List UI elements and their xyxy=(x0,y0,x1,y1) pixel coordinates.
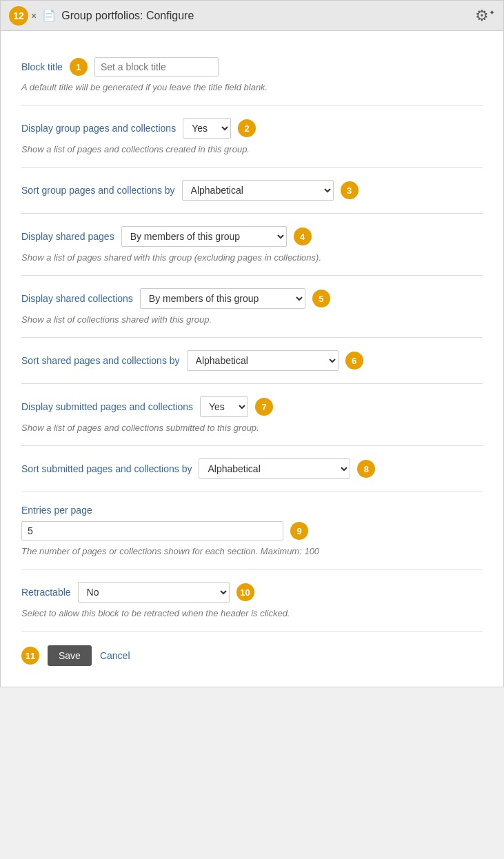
step-8-badge: 8 xyxy=(357,460,375,478)
close-button[interactable]: × xyxy=(31,10,37,21)
display-submitted-select[interactable]: Yes No xyxy=(200,396,248,417)
sort-submitted-select[interactable]: Alphabetical Date modified Date created xyxy=(199,458,350,479)
save-button[interactable]: Save xyxy=(48,645,92,666)
display-submitted-label: Display submitted pages and collections xyxy=(21,401,193,412)
sort-group-pages-label: Sort group pages and collections by xyxy=(21,185,175,196)
sort-group-pages-select[interactable]: Alphabetical Date modified Date created xyxy=(182,180,334,201)
step-10-badge: 10 xyxy=(236,583,254,601)
sort-shared-section: Sort shared pages and collections by Alp… xyxy=(21,338,483,384)
titlebar-left: 12 × 📄 Group portfolios: Configure xyxy=(9,6,194,26)
display-shared-pages-select[interactable]: By members of this group Yes No xyxy=(121,226,287,247)
sort-submitted-label: Sort submitted pages and collections by xyxy=(21,463,192,474)
window: 12 × 📄 Group portfolios: Configure ⚙✦ Bl… xyxy=(0,0,504,687)
entries-per-page-hint: The number of pages or collections shown… xyxy=(21,546,483,556)
step-11-badge: 11 xyxy=(21,647,39,665)
display-submitted-hint: Show a list of pages and collections sub… xyxy=(21,423,483,433)
sort-submitted-section: Sort submitted pages and collections by … xyxy=(21,446,483,492)
title-icon: 📄 xyxy=(42,9,56,22)
display-shared-pages-section: Display shared pages By members of this … xyxy=(21,214,483,276)
block-title-input[interactable] xyxy=(94,57,219,77)
step-2-badge: 2 xyxy=(238,119,256,137)
display-shared-collections-select[interactable]: By members of this group Yes No xyxy=(140,288,305,309)
retractable-label: Retractable xyxy=(21,587,71,598)
sort-group-pages-section: Sort group pages and collections by Alph… xyxy=(21,168,483,214)
display-group-pages-hint: Show a list of pages and collections cre… xyxy=(21,144,483,154)
step-6-badge: 6 xyxy=(345,352,363,370)
display-shared-collections-label: Display shared collections xyxy=(21,293,133,304)
gear-icon[interactable]: ⚙✦ xyxy=(475,7,495,25)
step-3-badge: 3 xyxy=(341,181,359,199)
display-shared-pages-hint: Show a list of pages shared with this gr… xyxy=(21,252,483,263)
footer-row: 11 Save Cancel xyxy=(21,631,483,666)
retractable-section: Retractable No Yes 10 Select to allow th… xyxy=(21,569,483,631)
retractable-hint: Select to allow this block to be retract… xyxy=(21,608,483,618)
window-badge: 12 xyxy=(9,6,28,26)
entries-per-page-section: Entries per page 9 The number of pages o… xyxy=(21,492,483,569)
sort-shared-label: Sort shared pages and collections by xyxy=(21,355,180,366)
display-shared-collections-section: Display shared collections By members of… xyxy=(21,276,483,338)
block-title-label: Block title xyxy=(21,61,63,72)
display-submitted-section: Display submitted pages and collections … xyxy=(21,384,483,446)
block-title-hint: A default title will be generated if you… xyxy=(21,82,483,92)
block-title-section: Block title 1 A default title will be ge… xyxy=(21,45,483,105)
cancel-button[interactable]: Cancel xyxy=(100,650,130,661)
entries-per-page-label: Entries per page xyxy=(21,505,92,516)
form-content: Block title 1 A default title will be ge… xyxy=(1,31,503,687)
display-group-pages-label: Display group pages and collections xyxy=(21,123,176,134)
window-title: Group portfolios: Configure xyxy=(61,10,194,22)
display-shared-collections-hint: Show a list of collections shared with t… xyxy=(21,314,483,325)
sort-shared-select[interactable]: Alphabetical Date modified Date created xyxy=(187,350,339,371)
display-group-pages-section: Display group pages and collections Yes … xyxy=(21,105,483,168)
titlebar: 12 × 📄 Group portfolios: Configure ⚙✦ xyxy=(1,1,503,31)
entries-per-page-input[interactable] xyxy=(21,521,283,540)
step-9-badge: 9 xyxy=(290,522,308,540)
display-group-pages-select[interactable]: Yes No xyxy=(183,118,231,139)
step-7-badge: 7 xyxy=(255,398,273,416)
display-shared-pages-label: Display shared pages xyxy=(21,231,114,242)
step-1-badge: 1 xyxy=(70,58,88,76)
retractable-select[interactable]: No Yes xyxy=(78,582,230,603)
step-5-badge: 5 xyxy=(312,290,330,307)
step-4-badge: 4 xyxy=(294,228,312,245)
